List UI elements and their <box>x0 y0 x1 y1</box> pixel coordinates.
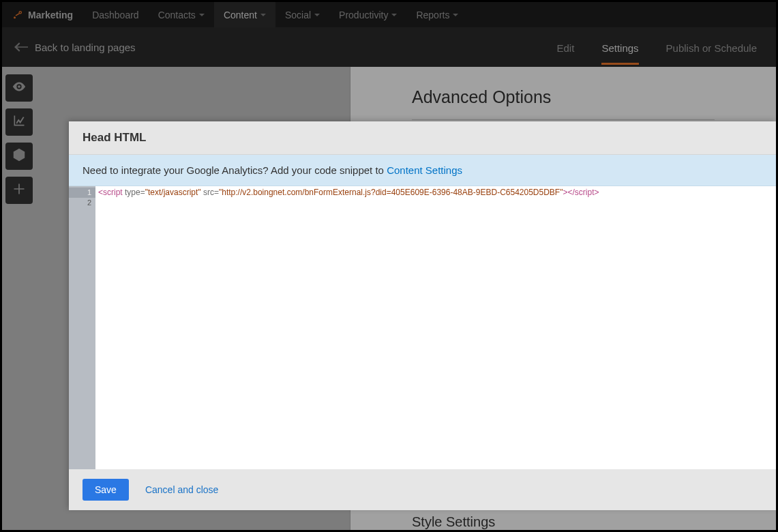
app-window: Marketing Dashboard Contacts Content Soc… <box>0 0 778 532</box>
nav-reports-label: Reports <box>416 10 449 20</box>
nav-reports[interactable]: Reports <box>406 2 468 27</box>
tab-edit[interactable]: Edit <box>557 30 575 65</box>
code-token-op: = <box>214 188 219 197</box>
save-button[interactable]: Save <box>83 479 129 501</box>
hubspot-icon <box>12 9 24 21</box>
cancel-close-link[interactable]: Cancel and close <box>145 484 218 495</box>
code-editor[interactable]: 12 <script type="text/javascript" src="h… <box>69 186 776 469</box>
svg-point-3 <box>20 12 21 13</box>
nav-productivity[interactable]: Productivity <box>329 2 406 27</box>
modal-footer: Save Cancel and close <box>69 469 776 510</box>
rail-preview-button[interactable] <box>5 74 33 102</box>
divider <box>412 119 715 120</box>
line-number: 1 <box>69 188 95 198</box>
top-nav: Marketing Dashboard Contacts Content Soc… <box>2 2 776 27</box>
page-tabs: Edit Settings Publish or Schedule <box>557 30 757 65</box>
svg-point-4 <box>18 85 20 88</box>
brand-label: Marketing <box>28 10 73 20</box>
code-area[interactable]: <script type="text/javascript" src="http… <box>95 186 776 469</box>
nav-dashboard[interactable]: Dashboard <box>83 2 149 27</box>
rail-performance-button[interactable] <box>5 108 33 136</box>
nav-contacts[interactable]: Contacts <box>149 2 214 27</box>
caret-down-icon <box>453 14 458 16</box>
eye-icon <box>12 79 27 97</box>
svg-rect-2 <box>16 13 20 16</box>
code-token-tag: </script> <box>567 188 599 197</box>
code-token-attr: type <box>123 188 140 197</box>
caret-down-icon <box>391 14 397 16</box>
plus-icon <box>12 182 26 198</box>
rail-module-button[interactable] <box>5 143 33 170</box>
nav-content-label: Content <box>224 10 257 20</box>
nav-contacts-label: Contacts <box>158 10 196 20</box>
nav-dashboard-label: Dashboard <box>92 10 139 20</box>
tab-publish[interactable]: Publish or Schedule <box>666 30 757 65</box>
line-number: 2 <box>87 198 91 207</box>
svg-point-1 <box>14 16 16 18</box>
panel-heading-advanced: Advanced Options <box>350 67 776 119</box>
nav-social-label: Social <box>285 10 311 20</box>
code-token-attr: src <box>201 188 214 197</box>
head-html-modal: Head HTML Need to integrate your Google … <box>69 121 776 510</box>
nav-productivity-label: Productivity <box>339 10 388 20</box>
cube-icon <box>12 148 26 164</box>
caret-down-icon <box>260 14 266 16</box>
caret-down-icon <box>199 14 205 16</box>
panel-heading-style: Style Settings <box>350 514 556 530</box>
code-token-tag: <script <box>98 188 123 197</box>
caret-down-icon <box>314 14 320 16</box>
code-token-string: "http://v2.boingnet.com/bnFormExternal.j… <box>219 188 563 197</box>
chart-icon <box>12 114 26 130</box>
nav-content[interactable]: Content <box>214 2 275 27</box>
side-rail <box>5 74 33 204</box>
rail-add-button[interactable] <box>5 177 33 204</box>
code-token-op: = <box>140 188 145 197</box>
modal-title: Head HTML <box>69 121 776 155</box>
brand-logo[interactable]: Marketing <box>12 9 73 21</box>
back-link[interactable]: Back to landing pages <box>14 42 136 53</box>
arrow-left-icon <box>14 42 28 52</box>
code-token-string: "text/javascript" <box>145 188 201 197</box>
line-gutter: 12 <box>69 186 95 469</box>
content-settings-link[interactable]: Content Settings <box>387 164 462 176</box>
sub-nav: Back to landing pages Edit Settings Publ… <box>2 27 776 67</box>
tab-settings[interactable]: Settings <box>601 30 638 65</box>
modal-info-text: Need to integrate your Google Analytics?… <box>83 164 387 176</box>
nav-social[interactable]: Social <box>275 2 329 27</box>
back-label: Back to landing pages <box>35 42 136 53</box>
modal-info-bar: Need to integrate your Google Analytics?… <box>69 155 776 186</box>
